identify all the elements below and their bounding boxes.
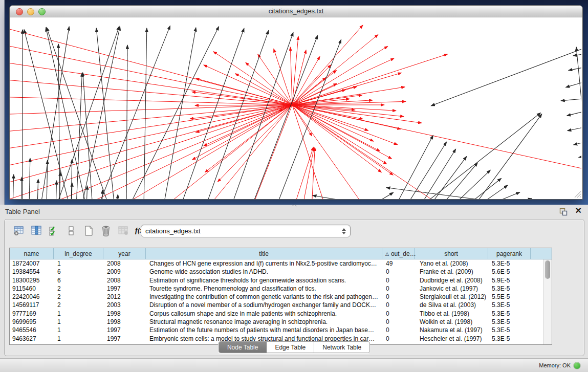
- table-cell[interactable]: Franke et al. (2009): [415, 268, 488, 276]
- table-row[interactable]: 911546021997Tourette syndrome. Phenomeno…: [10, 285, 552, 293]
- table-cell[interactable]: 5.3E-5: [488, 335, 531, 343]
- table-row[interactable]: 1830029562008Estimation of significance …: [10, 276, 552, 285]
- table-cell[interactable]: 5.3E-5: [488, 326, 531, 334]
- table-cell[interactable]: Stergiakouli et al. (2012): [415, 293, 488, 301]
- column-header-out_de[interactable]: △out_de…: [382, 248, 415, 259]
- table-cell[interactable]: 0: [382, 301, 415, 309]
- column-header-title[interactable]: title: [146, 248, 382, 259]
- float-panel-icon[interactable]: [559, 208, 568, 216]
- table-cell[interactable]: 1: [54, 326, 103, 334]
- table-selector-dropdown[interactable]: citations_edges.txt: [141, 225, 351, 237]
- table-cell[interactable]: Estimation of significance thresholds fo…: [146, 276, 382, 285]
- table-cell[interactable]: 18300295: [10, 276, 54, 285]
- table-cell[interactable]: Hescheler et al. (1997): [415, 335, 488, 343]
- table-cell[interactable]: 14569117: [10, 301, 54, 309]
- new-table-icon[interactable]: [81, 224, 95, 237]
- table-row[interactable]: 2242004622012Investigating the contribut…: [10, 293, 552, 301]
- table-row[interactable]: 1456911722003Disruption of a novel membe…: [10, 301, 552, 309]
- unselect-all-icon[interactable]: [64, 224, 78, 237]
- table-cell[interactable]: 0: [382, 310, 415, 318]
- select-all-icon[interactable]: [47, 224, 60, 237]
- table-cell[interactable]: 18724007: [10, 259, 54, 268]
- collapsed-side-panel[interactable]: [0, 0, 5, 205]
- table-cell[interactable]: 0: [382, 293, 415, 301]
- table-cell[interactable]: 2008: [103, 259, 146, 268]
- table-cell[interactable]: 1997: [103, 326, 146, 334]
- tab-edge-table[interactable]: Edge Table: [267, 342, 314, 353]
- network-graph[interactable]: [10, 17, 581, 199]
- table-cell[interactable]: 0: [382, 335, 415, 343]
- canvas-resize-grip[interactable]: [573, 190, 581, 198]
- table-cell[interactable]: Wolkin et al. (1998): [415, 318, 488, 326]
- table-cell[interactable]: Investigating the contribution of common…: [146, 293, 382, 301]
- table-cell[interactable]: 5.6E-5: [488, 268, 531, 276]
- table-scrollbar-thumb[interactable]: [545, 260, 550, 279]
- table-cell[interactable]: 0: [382, 326, 415, 334]
- table-cell[interactable]: 1: [54, 318, 103, 326]
- table-cell[interactable]: 2003: [103, 301, 146, 309]
- table-cell[interactable]: 5.3E-5: [488, 259, 531, 268]
- table-cell[interactable]: 9463627: [10, 335, 54, 343]
- table-cell[interactable]: 5.3E-5: [488, 310, 531, 318]
- table-row[interactable]: 946554611997Estimation of the future num…: [10, 326, 552, 334]
- panel-resize-grip[interactable]: [291, 204, 297, 207]
- column-header-name[interactable]: name: [10, 248, 54, 259]
- table-cell[interactable]: 1: [54, 259, 103, 268]
- table-cell[interactable]: 2009: [103, 268, 146, 276]
- table-cell[interactable]: Estimation of the future numbers of pati…: [146, 326, 382, 334]
- network-window-titlebar[interactable]: citations_edges.txt: [10, 6, 582, 17]
- table-cell[interactable]: 0: [382, 285, 415, 293]
- show-column-icon[interactable]: [29, 224, 43, 237]
- tab-network-table[interactable]: Network Table: [314, 342, 369, 353]
- table-cell[interactable]: 1998: [103, 318, 146, 326]
- table-cell[interactable]: Jankovic et al. (1997): [415, 285, 488, 293]
- table-cell[interactable]: Disruption of a novel member of a sodium…: [146, 301, 382, 309]
- table-cell[interactable]: 1997: [103, 285, 146, 293]
- network-view-window[interactable]: citations_edges.txt: [9, 5, 583, 200]
- table-cell[interactable]: 49: [382, 259, 415, 268]
- table-cell[interactable]: 22420046: [10, 293, 54, 301]
- table-cell[interactable]: 6: [54, 268, 103, 276]
- table-row[interactable]: 1938455462009Genome-wide association stu…: [10, 268, 552, 276]
- table-cell[interactable]: 0: [382, 268, 415, 276]
- table-cell[interactable]: Corpus callosum shape and size in male p…: [146, 310, 382, 318]
- column-header-year[interactable]: year: [103, 248, 146, 259]
- table-cell[interactable]: Yano et al. (2008): [415, 259, 488, 268]
- table-row[interactable]: 1872400712008Changes of HCN gene express…: [10, 259, 552, 268]
- table-cell[interactable]: 2: [54, 301, 103, 309]
- table-cell[interactable]: 5.3E-5: [488, 285, 531, 293]
- table-cell[interactable]: 5.9E-5: [488, 276, 531, 285]
- table-cell[interactable]: 1998: [103, 310, 146, 318]
- table-cell[interactable]: Tourette syndrome. Phenomenology and cla…: [146, 285, 382, 293]
- table-row[interactable]: 969969511998Structural magnetic resonanc…: [10, 318, 552, 326]
- table-cell[interactable]: 2012: [103, 293, 146, 301]
- table-cell[interactable]: 9465546: [10, 326, 54, 334]
- memory-status-indicator[interactable]: [573, 362, 581, 369]
- table-cell[interactable]: Changes of HCN gene expression and I(f) …: [146, 259, 382, 268]
- table-cell[interactable]: 5.3E-5: [488, 301, 531, 309]
- table-cell[interactable]: 5.5E-5: [488, 293, 531, 301]
- table-cell[interactable]: 0: [382, 318, 415, 326]
- column-header-in_degree[interactable]: in_degree: [54, 248, 103, 259]
- table-cell[interactable]: 9777169: [10, 310, 54, 318]
- table-cell[interactable]: 1: [54, 310, 103, 318]
- tab-node-table[interactable]: Node Table: [219, 342, 267, 353]
- column-header-short[interactable]: short: [415, 248, 488, 259]
- table-scrollbar[interactable]: [543, 259, 552, 344]
- table-cell[interactable]: 9699695: [10, 318, 54, 326]
- table-cell[interactable]: 5.3E-5: [488, 318, 531, 326]
- table-cell[interactable]: 1997: [103, 335, 146, 343]
- table-mode-icon[interactable]: [12, 224, 26, 237]
- table-cell[interactable]: 2008: [103, 276, 146, 285]
- table-cell[interactable]: 6: [54, 276, 103, 285]
- close-panel-icon[interactable]: ✕: [575, 207, 582, 215]
- table-cell[interactable]: 19384554: [10, 268, 54, 276]
- table-cell[interactable]: Nakamura et al. (1997): [415, 326, 488, 334]
- table-cell[interactable]: 2: [54, 285, 103, 293]
- column-header-pagerank[interactable]: pagerank: [488, 248, 531, 259]
- table-cell[interactable]: 1: [54, 335, 103, 343]
- table-cell[interactable]: 9115460: [10, 285, 54, 293]
- table-cell[interactable]: 0: [382, 276, 415, 285]
- table-cell[interactable]: Dudbridge et al. (2008): [415, 276, 488, 285]
- table-cell[interactable]: de Silva et al. (2003): [415, 301, 488, 309]
